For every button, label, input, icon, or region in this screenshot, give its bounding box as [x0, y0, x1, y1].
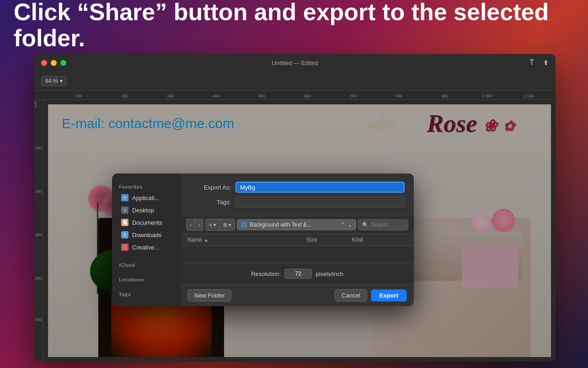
column-name: Name ▲ — [187, 237, 306, 243]
downloads-icon: ⬇ — [121, 231, 128, 238]
file-list-header: Name ▲ Size Kind — [181, 234, 414, 246]
sidebar-item-applications[interactable]: ⊞ Applicati... — [114, 192, 178, 204]
sidebar-item-creative[interactable]: ⬡ Creative... — [114, 241, 178, 253]
export-as-row: Export As: — [190, 182, 405, 193]
path-chevron-down-icon: ⌄ — [347, 222, 352, 228]
favorites-label: Favorites — [112, 180, 181, 191]
sidebar-item-label: Downloads — [132, 232, 161, 238]
column-kind: Kind — [352, 237, 407, 243]
resolution-unit: pixels/inch — [315, 271, 343, 277]
export-dialog: Favorites ⊞ Applicati... 🖥 Desktop — [112, 173, 414, 306]
action-buttons: Cancel Export — [335, 289, 407, 302]
apps-icon: ⊞ — [121, 194, 128, 201]
file-list-area — [181, 246, 414, 263]
dialog-sidebar: Favorites ⊞ Applicati... 🖥 Desktop — [112, 173, 181, 306]
ruler-mark: 1 000 — [482, 94, 493, 98]
list-view-button[interactable]: ≡ ▾ — [206, 219, 219, 230]
resolution-input[interactable] — [284, 269, 312, 279]
export-as-label: Export As: — [190, 184, 231, 191]
forward-button[interactable]: › — [195, 219, 203, 230]
export-as-input[interactable] — [235, 182, 405, 193]
nav-button-group: ‹ › — [186, 219, 203, 231]
sidebar-item-label: Creative... — [132, 244, 159, 251]
share-icon[interactable]: ⬆ — [543, 59, 549, 66]
sidebar-item-documents[interactable]: 📄 Documents — [114, 216, 178, 228]
ruler-mark: 500 — [258, 94, 265, 98]
instruction-text: Click “Share” button and export to the s… — [14, 0, 574, 51]
dialog-buttons: New Folder Cancel Export — [181, 284, 414, 306]
grid-view-button[interactable]: ⊞ ▾ — [220, 219, 235, 230]
dialog-main-panel: Export As: Tags: ‹ — [181, 173, 414, 306]
search-placeholder: Search — [371, 222, 388, 228]
ruler-mark: 400 — [213, 94, 219, 98]
title-bar: Untitled — Edited T ⬆ — [34, 54, 556, 71]
locations-label: Locations — [112, 273, 181, 284]
dialog-overlay: Favorites ⊞ Applicati... 🖥 Desktop — [43, 100, 556, 362]
ruler-mark: 700 — [350, 94, 357, 98]
cancel-button[interactable]: Cancel — [335, 289, 367, 302]
resolution-row: Resolution: pixels/inch — [181, 263, 414, 284]
tags-label: Tags — [112, 288, 181, 299]
ruler-mark: 300 — [167, 94, 174, 98]
tags-input[interactable] — [235, 196, 405, 207]
name-label: Name — [187, 237, 202, 243]
minimize-button[interactable] — [51, 60, 57, 66]
desktop-icon: 🖥 — [121, 206, 128, 214]
path-chevron-up-icon: ⌃ — [341, 222, 345, 228]
title-bar-right: T ⬆ — [529, 59, 549, 67]
column-size: Size — [306, 237, 352, 243]
ruler-mark: 600 — [304, 94, 311, 98]
sidebar-item-label: Applicati... — [132, 195, 160, 201]
back-button[interactable]: ‹ — [187, 219, 195, 230]
sidebar-item-label: Documents — [132, 219, 162, 226]
canvas-content: E-mail: contactme@me.com Rose ❀ ✿ — [43, 100, 556, 362]
resolution-label: Resolution: — [251, 271, 281, 277]
canvas-area: 100 200 300 400 500 600 — [34, 100, 556, 362]
traffic-lights — [41, 60, 66, 66]
view-button-group: ≡ ▾ ⊞ ▾ — [205, 219, 235, 231]
zoom-control[interactable]: 64 % ▾ — [41, 76, 67, 86]
icloud-label: iCloud — [112, 259, 181, 270]
sidebar-item-desktop[interactable]: 🖥 Desktop — [114, 204, 178, 216]
ruler-vertical: 100 200 300 400 500 600 — [34, 100, 43, 362]
instruction-banner: Click “Share” button and export to the s… — [0, 0, 588, 50]
folder-icon — [241, 222, 247, 228]
export-button[interactable]: Export — [371, 289, 407, 302]
ruler-mark: 100 — [75, 94, 82, 98]
zoom-level: 64 % — [45, 78, 58, 84]
window-title: Untitled — Edited — [272, 60, 318, 66]
search-box[interactable]: 🔍 Search — [358, 219, 408, 230]
kind-label: Kind — [352, 237, 363, 243]
maximize-button[interactable] — [60, 60, 66, 66]
dialog-toolbar: ‹ › ≡ ▾ ⊞ ▾ Background with Text &... ⌃ — [181, 216, 414, 234]
sidebar-item-downloads[interactable]: ⬇ Downloads — [114, 229, 178, 241]
tags-label-text: Tags: — [190, 199, 231, 206]
sidebar-item-label: Desktop — [132, 207, 154, 214]
documents-icon: 📄 — [121, 219, 128, 226]
creative-icon: ⬡ — [121, 244, 128, 251]
export-header: Export As: Tags: — [181, 173, 414, 216]
ruler-mark: 900 — [441, 94, 448, 98]
ruler-horizontal: 100 200 300 400 500 600 700 800 900 1 00… — [34, 91, 556, 100]
ruler-mark: 800 — [396, 94, 402, 98]
close-button[interactable] — [41, 60, 47, 66]
search-icon: 🔍 — [362, 222, 369, 228]
size-label: Size — [306, 237, 317, 243]
tags-row: Tags: — [190, 196, 405, 207]
new-folder-button[interactable]: New Folder — [187, 289, 231, 302]
text-tool-icon[interactable]: T — [529, 59, 534, 67]
toolbar: 64 % ▾ — [34, 71, 556, 91]
ruler-mark: 1 100 — [524, 94, 534, 98]
path-dropdown[interactable]: Background with Text &... ⌃ ⌄ — [237, 219, 356, 230]
path-label: Background with Text &... — [250, 222, 311, 228]
sort-arrow-icon: ▲ — [204, 238, 208, 243]
ruler-mark: 200 — [121, 94, 128, 98]
zoom-chevron-icon: ▾ — [60, 78, 63, 84]
macos-window: Untitled — Edited T ⬆ 64 % ▾ 100 200 300… — [34, 54, 556, 362]
